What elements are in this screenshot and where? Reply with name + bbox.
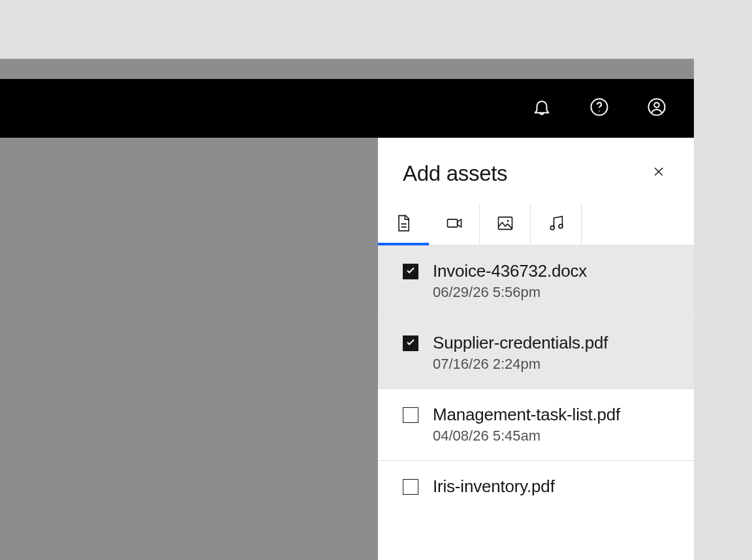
help-icon xyxy=(589,97,609,119)
add-assets-panel: Add assets xyxy=(378,138,694,560)
svg-point-6 xyxy=(507,220,509,222)
item-text: Iris-inventory.pdf xyxy=(433,476,555,499)
user-avatar-icon xyxy=(647,97,666,119)
list-item[interactable]: Management-task-list.pdf 04/08/26 5:45am xyxy=(378,389,694,461)
check-icon xyxy=(405,265,416,278)
asset-date: 04/08/26 5:45am xyxy=(433,428,620,444)
check-icon xyxy=(405,337,416,350)
asset-list: Invoice-436732.docx 06/29/26 5:56pm Supp… xyxy=(378,245,694,515)
svg-point-8 xyxy=(559,225,563,228)
asset-name: Supplier-credentials.pdf xyxy=(433,333,608,353)
tab-documents[interactable] xyxy=(378,204,429,245)
image-icon xyxy=(496,214,514,235)
music-icon xyxy=(547,214,565,235)
close-icon xyxy=(652,165,665,181)
close-button[interactable] xyxy=(648,161,669,185)
bell-icon xyxy=(532,97,552,119)
list-item[interactable]: Supplier-credentials.pdf 07/16/26 2:24pm xyxy=(378,317,694,389)
svg-rect-5 xyxy=(498,217,512,230)
list-item[interactable]: Invoice-436732.docx 06/29/26 5:56pm xyxy=(378,245,694,317)
svg-point-1 xyxy=(599,111,600,112)
panel-header: Add assets xyxy=(378,138,694,204)
asset-name: Invoice-436732.docx xyxy=(433,261,587,281)
list-item[interactable]: Iris-inventory.pdf xyxy=(378,461,694,515)
content-backdrop: Add assets xyxy=(0,59,694,560)
video-icon xyxy=(445,214,463,235)
asset-name: Iris-inventory.pdf xyxy=(433,476,555,497)
account-button[interactable] xyxy=(634,86,680,131)
checkbox[interactable] xyxy=(403,335,418,351)
panel-title: Add assets xyxy=(403,161,507,186)
help-button[interactable] xyxy=(576,86,622,131)
asset-date: 06/29/26 5:56pm xyxy=(433,284,587,301)
asset-type-tabs xyxy=(378,204,694,245)
tab-images[interactable] xyxy=(480,204,531,245)
svg-point-3 xyxy=(654,102,659,108)
item-text: Management-task-list.pdf 04/08/26 5:45am xyxy=(433,405,620,444)
header-bar xyxy=(0,79,694,138)
document-icon xyxy=(394,214,413,235)
asset-date: 07/16/26 2:24pm xyxy=(433,356,608,373)
tab-audio[interactable] xyxy=(531,204,582,245)
checkbox[interactable] xyxy=(403,264,418,279)
svg-rect-4 xyxy=(447,219,457,227)
item-text: Invoice-436732.docx 06/29/26 5:56pm xyxy=(433,261,587,301)
checkbox[interactable] xyxy=(403,479,418,495)
notifications-button[interactable] xyxy=(519,86,565,131)
tab-video[interactable] xyxy=(429,204,480,245)
checkbox[interactable] xyxy=(403,407,418,423)
asset-name: Management-task-list.pdf xyxy=(433,405,620,425)
item-text: Supplier-credentials.pdf 07/16/26 2:24pm xyxy=(433,333,608,373)
